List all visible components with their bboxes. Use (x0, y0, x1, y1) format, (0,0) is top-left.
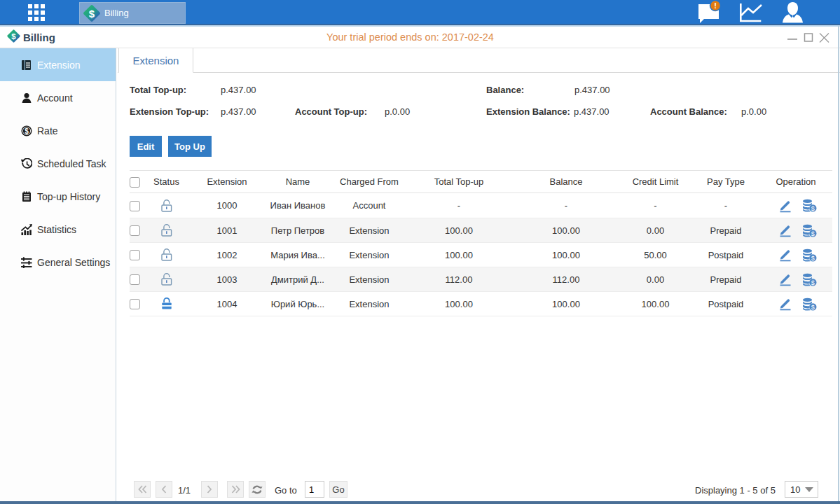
svg-text:$: $ (811, 279, 814, 286)
svg-text:$: $ (25, 127, 29, 134)
svg-text:$: $ (811, 205, 814, 212)
svg-text:$: $ (811, 230, 814, 237)
svg-text:$: $ (89, 7, 95, 19)
svg-text:$: $ (811, 303, 814, 310)
svg-text:!: ! (714, 1, 717, 10)
svg-text:$: $ (811, 254, 814, 261)
